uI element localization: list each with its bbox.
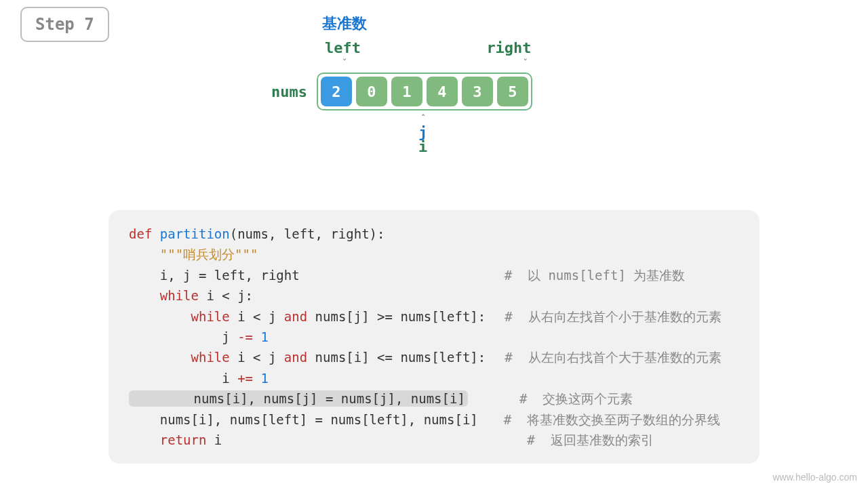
code-op: -= [237, 329, 253, 344]
array-cell: 5 [497, 77, 528, 106]
array-cell: 0 [356, 77, 387, 106]
code-block: def partition(nums, left, right): """哨兵划… [108, 210, 760, 464]
array-cell: 4 [427, 77, 458, 106]
down-arrows: ˇ ˇ [271, 58, 597, 68]
code-text: i [206, 432, 222, 447]
code-kw: while [191, 309, 230, 324]
i-pointer: i [418, 138, 597, 155]
code-kw: def [129, 226, 160, 241]
array-visualization: 基准数 left right ˇ ˇ nums 2 0 1 4 3 5 ˆ j … [271, 14, 597, 155]
code-kw: and [284, 350, 307, 365]
code-op: += [237, 371, 253, 386]
arrow-down-icon: ˇ [522, 58, 528, 68]
code-text: nums[i] <= nums[left]: [307, 350, 486, 365]
array-cell: 2 [321, 77, 352, 106]
code-text: nums[j] >= nums[left]: [307, 309, 486, 324]
code-text [129, 309, 191, 324]
code-text: i < j [230, 350, 284, 365]
code-text: i, j = left, right [129, 268, 300, 283]
code-kw: and [284, 309, 307, 324]
code-kw: return [160, 432, 207, 447]
right-label: right [470, 39, 548, 56]
array-cell: 3 [462, 77, 493, 106]
left-label: left [304, 39, 382, 56]
code-text [129, 432, 160, 447]
code-highlight: nums[i], nums[j] = nums[j], nums[i] [129, 390, 468, 407]
arrow-down-icon: ˇ [342, 58, 347, 68]
code-text: (nums, left, right): [230, 226, 385, 241]
array-row: nums 2 0 1 4 3 5 [271, 73, 597, 110]
code-text: j [129, 329, 237, 344]
array-box: 2 0 1 4 3 5 [317, 73, 532, 110]
code-num: 1 [253, 329, 269, 344]
code-comment: # 将基准数交换至两子数组的分界线 [504, 412, 720, 427]
code-text [129, 350, 191, 365]
code-text: i [129, 371, 237, 386]
code-kw: while [191, 350, 230, 365]
code-fn: partition [160, 226, 230, 241]
code-comment: # 从右向左找首个小于基准数的元素 [505, 309, 721, 324]
array-cell: 1 [391, 77, 422, 106]
code-text: nums[i], nums[left] = nums[left], nums[i… [129, 412, 478, 427]
watermark: www.hello-algo.com [773, 472, 858, 483]
left-right-labels: left right [271, 39, 597, 56]
code-comment: # 交换这两个元素 [519, 391, 633, 406]
code-comment: # 以 nums[left] 为基准数 [505, 268, 686, 283]
arrow-up-icon: ˆ [420, 113, 597, 124]
code-comment: # 返回基准数的索引 [527, 432, 653, 447]
code-kw: while [160, 288, 199, 303]
code-text: i < j [230, 309, 284, 324]
step-badge: Step 7 [20, 7, 109, 42]
nums-label: nums [271, 83, 307, 100]
code-comment: # 从左向右找首个大于基准数的元素 [505, 350, 721, 365]
pivot-label: 基准数 [322, 14, 597, 34]
code-text [129, 288, 160, 303]
code-text: i < j: [199, 288, 253, 303]
code-docstring: """哨兵划分""" [129, 247, 258, 262]
code-num: 1 [253, 371, 269, 386]
